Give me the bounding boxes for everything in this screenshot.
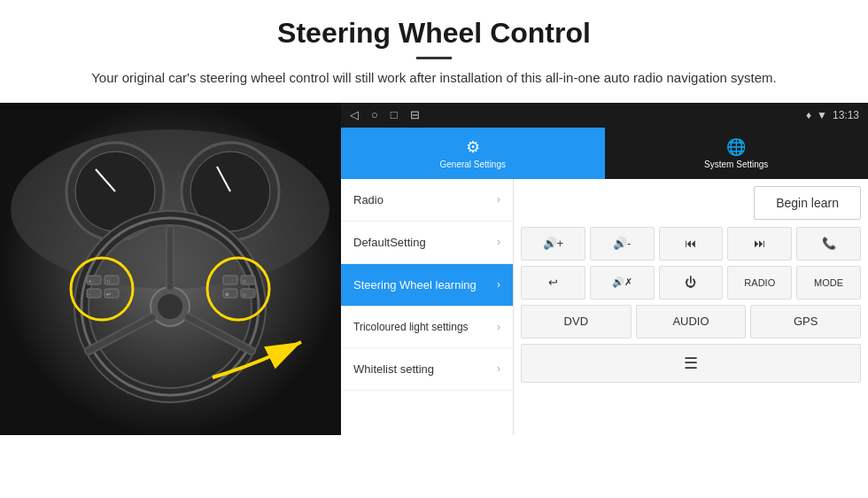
gps-btn[interactable]: GPS — [750, 305, 861, 338]
title-divider — [416, 57, 452, 59]
tricoloured-chevron: › — [497, 321, 500, 333]
android-main: Radio › DefaultSetting › Steering Wheel … — [341, 179, 868, 435]
mode-btn[interactable]: MODE — [796, 266, 861, 300]
recents-icon[interactable]: □ — [391, 108, 398, 121]
tab-general-label: General Settings — [440, 160, 507, 169]
control-row-3: DVD AUDIO GPS — [521, 305, 861, 338]
left-menu: Radio › DefaultSetting › Steering Wheel … — [341, 179, 514, 435]
vol-up-btn[interactable]: 🔊+ — [521, 227, 585, 261]
whitelist-chevron: › — [497, 362, 500, 375]
tab-bar: ⚙ General Settings 🌐 System Settings — [341, 128, 868, 179]
vol-down-btn[interactable]: 🔊- — [590, 227, 655, 261]
status-time: 13:13 — [833, 109, 859, 121]
status-bar: ◁ ○ □ ⊟ ♦ ▼ 13:13 — [341, 103, 868, 128]
screen-icon[interactable]: ⊟ — [410, 108, 420, 121]
svg-text:◇: ◇ — [243, 278, 246, 284]
page-title: Steering Wheel Control — [53, 16, 815, 50]
page-header: Steering Wheel Control Your original car… — [0, 0, 868, 97]
whitelist-label: Whitelist setting — [353, 362, 434, 376]
audio-btn[interactable]: AUDIO — [636, 305, 747, 338]
svg-text:↩: ↩ — [106, 292, 111, 297]
car-image-section: + - ↑↓ ↩ 📞 ⚙ ◇ ◇ — [0, 103, 341, 435]
svg-point-12 — [158, 294, 182, 319]
control-row-2: ↩ 🔊✗ ⏻ RADIO MODE — [521, 266, 861, 300]
right-panel: Begin learn 🔊+ 🔊- ⏮ ⏭ 📞 ↩ 🔊✗ ⏻ RADIO MOD — [514, 179, 868, 435]
mute-btn[interactable]: 🔊✗ — [590, 266, 655, 300]
radio-ctrl-btn[interactable]: RADIO — [727, 266, 792, 300]
begin-learn-row: Begin learn — [521, 186, 861, 220]
radio-label: Radio — [353, 193, 384, 206]
radio-chevron: › — [497, 193, 500, 206]
system-settings-icon: 🌐 — [726, 137, 746, 157]
tricoloured-label: Tricoloured light settings — [353, 321, 469, 333]
menu-item-steering[interactable]: Steering Wheel learning › — [341, 264, 513, 307]
svg-text:📞: 📞 — [225, 278, 231, 284]
tab-system-label: System Settings — [704, 160, 768, 169]
next-track-btn[interactable]: ⏭ — [727, 227, 792, 261]
wifi-icon: ▼ — [817, 109, 827, 121]
svg-text:+: + — [89, 278, 92, 284]
default-chevron: › — [497, 236, 500, 248]
menu-item-default[interactable]: DefaultSetting › — [341, 222, 513, 264]
back-icon[interactable]: ◁ — [350, 108, 359, 121]
tab-general[interactable]: ⚙ General Settings — [341, 128, 605, 179]
scan-btn[interactable]: ☰ — [521, 344, 861, 383]
main-content: + - ↑↓ ↩ 📞 ⚙ ◇ ◇ — [0, 103, 868, 435]
begin-learn-button[interactable]: Begin learn — [754, 186, 861, 220]
power-btn[interactable]: ⏻ — [659, 266, 724, 300]
menu-item-whitelist[interactable]: Whitelist setting › — [341, 348, 513, 391]
dvd-btn[interactable]: DVD — [521, 305, 632, 338]
control-row-4: ☰ — [521, 344, 861, 383]
home-icon[interactable]: ○ — [371, 108, 378, 121]
prev-track-btn[interactable]: ⏮ — [659, 227, 724, 261]
control-row-1: 🔊+ 🔊- ⏮ ⏭ 📞 — [521, 227, 861, 261]
steering-label: Steering Wheel learning — [353, 278, 477, 292]
call-btn[interactable]: 📞 — [796, 227, 861, 261]
steering-chevron: › — [497, 278, 500, 291]
default-label: DefaultSetting — [353, 236, 426, 249]
svg-text:◇: ◇ — [243, 292, 246, 297]
tab-system[interactable]: 🌐 System Settings — [605, 128, 869, 179]
general-settings-icon: ⚙ — [466, 137, 480, 157]
page-subtitle: Your original car's steering wheel contr… — [53, 68, 815, 89]
svg-text:-: - — [89, 292, 90, 297]
menu-item-radio[interactable]: Radio › — [341, 179, 513, 222]
location-icon: ♦ — [806, 109, 811, 121]
android-section: ◁ ○ □ ⊟ ♦ ▼ 13:13 ⚙ General Settings 🌐 S… — [341, 103, 868, 435]
hangup-btn[interactable]: ↩ — [521, 266, 585, 300]
menu-item-tricoloured[interactable]: Tricoloured light settings › — [341, 307, 513, 348]
svg-text:↑↓: ↑↓ — [106, 278, 111, 284]
